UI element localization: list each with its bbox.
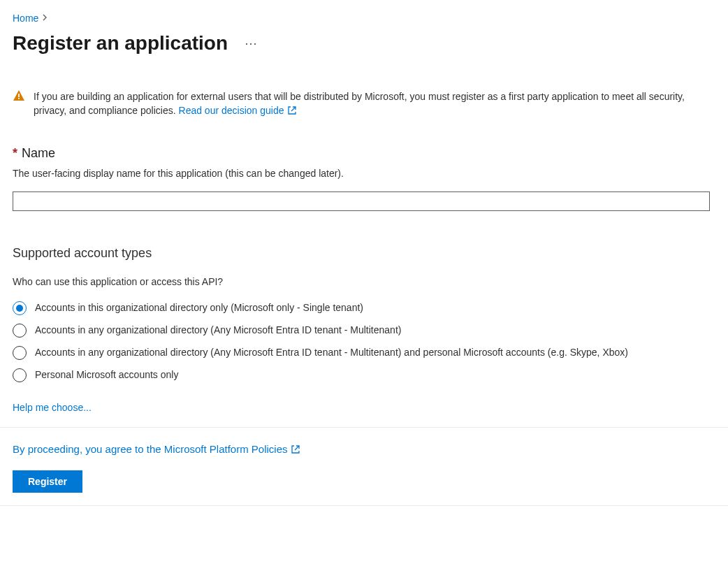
radio-label: Accounts in any organizational directory… [35,346,628,360]
radio-multitenant-personal[interactable]: Accounts in any organizational directory… [13,346,715,360]
warning-icon [13,89,25,120]
decision-guide-link[interactable]: Read our decision guide [179,105,297,116]
radio-multitenant[interactable]: Accounts in any organizational directory… [13,324,715,338]
account-types-heading: Supported account types [13,246,715,261]
radio-icon [13,324,27,338]
external-link-icon [291,444,300,456]
radio-icon [13,301,27,315]
radio-icon [13,346,27,360]
external-link-icon [287,105,297,119]
more-actions-button[interactable]: ⋯ [240,34,261,52]
register-button[interactable]: Register [13,470,82,493]
radio-icon [13,368,27,382]
name-field-label: * Name [13,146,715,161]
radio-single-tenant[interactable]: Accounts in this organizational director… [13,301,715,315]
breadcrumb-home-link[interactable]: Home [13,13,38,24]
required-indicator: * [13,146,17,161]
radio-label: Accounts in any organizational directory… [35,324,401,338]
radio-personal-only[interactable]: Personal Microsoft accounts only [13,368,715,382]
platform-policies-link[interactable]: By proceeding, you agree to the Microsof… [13,443,300,455]
svg-rect-0 [18,94,20,97]
svg-rect-1 [18,98,20,99]
first-party-warning: If you are building an application for e… [13,89,715,120]
chevron-right-icon [43,13,48,23]
divider [0,505,728,506]
warning-text: If you are building an application for e… [34,91,685,116]
radio-label: Accounts in this organizational director… [35,301,363,315]
radio-label: Personal Microsoft accounts only [35,368,178,382]
page-title: Register an application [13,32,228,55]
breadcrumb: Home [13,13,715,24]
help-me-choose-link[interactable]: Help me choose... [13,402,92,413]
divider [0,427,728,428]
name-input[interactable] [13,191,710,211]
name-field-desc: The user-facing display name for this ap… [13,168,715,179]
account-types-question: Who can use this application or access t… [13,276,715,287]
account-types-radio-group: Accounts in this organizational director… [13,301,715,382]
ellipsis-icon: ⋯ [245,36,257,50]
